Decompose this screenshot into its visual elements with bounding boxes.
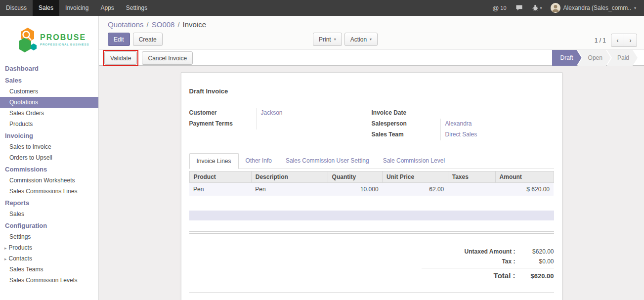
notebook-tabs: Invoice Lines Other Info Sales Commissio… — [189, 153, 554, 169]
table-header-row: Product Description Quantity Unit Price … — [189, 171, 554, 183]
pager-value: 1 / 1 — [595, 37, 606, 44]
empty-group-row — [189, 211, 554, 220]
sidebar-item-label: Products — [9, 244, 32, 251]
cell-taxes — [448, 183, 495, 196]
sidebar-item-sales-orders[interactable]: Sales Orders — [0, 108, 98, 119]
sidebar-item-config-settings[interactable]: Settings — [0, 231, 98, 242]
sidebar-item-sales-to-invoice[interactable]: Sales to Invoice — [0, 141, 98, 152]
tab-sale-commission-level[interactable]: Sale Commission Level — [376, 153, 452, 169]
validate-button[interactable]: Validate — [104, 51, 137, 65]
avatar — [551, 3, 560, 13]
tab-invoice-lines[interactable]: Invoice Lines — [189, 153, 239, 169]
pager-previous-button[interactable]: ‹ — [611, 34, 624, 47]
content-area: Draft Invoice Customer Jackson Payment T… — [99, 66, 644, 300]
breadcrumb: Quotations/SO008/Invoice — [108, 20, 206, 29]
sidebar-item-orders-to-upsell[interactable]: Orders to Upsell — [0, 152, 98, 163]
sidebar-item-customers[interactable]: Customers — [0, 86, 98, 97]
sidebar-item-sales-commission-levels[interactable]: Sales Commission Levels — [0, 275, 98, 286]
invoice-line-row[interactable]: Pen Pen 10.000 62.00 $ 620.00 — [189, 183, 554, 196]
sidebar-item-quotations[interactable]: Quotations — [0, 97, 98, 108]
cell-quantity: 10.000 — [328, 183, 383, 196]
col-product[interactable]: Product — [189, 171, 251, 183]
chevron-right-icon: ▸ — [4, 257, 7, 261]
top-menu-settings[interactable]: Settings — [120, 0, 153, 16]
action-button[interactable]: Action▾ — [344, 33, 378, 46]
breadcrumb-separator: / — [174, 20, 182, 29]
red-highlight-annotation: Validate — [103, 50, 138, 66]
main-area: Quotations/SO008/Invoice Edit Create Pri… — [99, 16, 644, 300]
total-label: Total : — [422, 271, 515, 280]
edit-button[interactable]: Edit — [108, 33, 130, 46]
sidebar-heading-configuration[interactable]: Configuration — [0, 219, 98, 231]
top-menu-discuss[interactable]: Discuss — [0, 0, 33, 16]
col-amount[interactable]: Amount — [495, 171, 554, 183]
cell-amount: $ 620.00 — [495, 183, 554, 196]
sidebar-item-label: Contacts — [9, 255, 32, 262]
sidebar-item-reports-sales[interactable]: Sales — [0, 209, 98, 219]
sidebar-item-config-contacts[interactable]: ▸Contacts — [0, 253, 98, 264]
cell-unit-price: 62.00 — [383, 183, 448, 196]
invoice-date-value — [440, 108, 554, 119]
status-paid[interactable]: Paid — [607, 50, 638, 66]
col-unit-price[interactable]: Unit Price — [383, 171, 448, 183]
action-buttons: Print▾ Action▾ — [313, 33, 378, 46]
col-quantity[interactable]: Quantity — [328, 171, 383, 183]
status-pills: Draft Open Paid — [552, 50, 638, 66]
sidebar-item-sales-teams[interactable]: Sales Teams — [0, 264, 98, 275]
breadcrumb-quotations[interactable]: Quotations — [108, 20, 144, 29]
untaxed-amount-label: Untaxed Amount : — [422, 248, 515, 255]
sidebar-heading-invoicing[interactable]: Invoicing — [0, 129, 98, 141]
user-menu[interactable]: Alexandra (Sales_comm.. ▾ — [547, 3, 640, 13]
print-button[interactable]: Print▾ — [313, 33, 342, 46]
at-icon: @ — [492, 4, 499, 12]
cell-description: Pen — [251, 183, 328, 196]
salesperson-value[interactable]: Alexandra — [440, 119, 554, 129]
sales-team-label: Sales Team — [372, 129, 440, 140]
status-open[interactable]: Open — [578, 50, 611, 66]
payment-terms-label: Payment Terms — [189, 119, 256, 129]
invoice-sheet: Draft Invoice Customer Jackson Payment T… — [181, 72, 562, 300]
activities-menu[interactable]: @ 10 — [488, 0, 511, 16]
top-menu-sales[interactable]: Sales — [33, 0, 59, 16]
user-name: Alexandra (Sales_comm.. — [563, 4, 631, 11]
tab-other-info[interactable]: Other Info — [239, 153, 279, 169]
breadcrumb-separator: / — [144, 20, 152, 29]
sidebar-item-commission-worksheets[interactable]: Commission Worksheets — [0, 175, 98, 186]
sidebar-item-dashboard[interactable]: Dashboard — [0, 62, 98, 74]
logo-subtitle: PROFESSIONAL BUSINESS — [40, 43, 89, 46]
col-description[interactable]: Description — [251, 171, 328, 183]
status-draft[interactable]: Draft — [552, 50, 582, 66]
fields-right-column: Invoice Date Salesperson Alexandra Sales… — [372, 108, 554, 140]
debug-menu[interactable]: ▾ — [527, 0, 547, 16]
sidebar-item-config-products[interactable]: ▸Products — [0, 242, 98, 253]
statusbar: Validate Cancel Invoice Draft Open Paid — [99, 49, 644, 66]
tab-sales-commission-user-setting[interactable]: Sales Commission User Setting — [279, 153, 376, 169]
sales-team-value[interactable]: Direct Sales — [440, 129, 554, 140]
caret-down-icon: ▾ — [634, 6, 636, 10]
create-button[interactable]: Create — [133, 33, 163, 46]
app-logo: PROBUSE PROFESSIONAL BUSINESS — [0, 16, 98, 62]
invoice-state-title: Draft Invoice — [189, 87, 554, 95]
logo-text: PROBUSE PROFESSIONAL BUSINESS — [40, 33, 89, 46]
sidebar-heading-commissions[interactable]: Commissions — [0, 163, 98, 175]
top-navbar: Discuss Sales Invoicing Apps Settings @ … — [0, 0, 644, 16]
top-menu-invoicing[interactable]: Invoicing — [59, 0, 94, 16]
messages-menu[interactable] — [511, 0, 527, 16]
sidebar-item-sales-commissions-lines[interactable]: Sales Commissions Lines — [0, 186, 98, 197]
form-buttons: Edit Create — [108, 33, 163, 46]
customer-value[interactable]: Jackson — [256, 108, 372, 119]
sidebar-heading-sales[interactable]: Sales — [0, 74, 98, 86]
control-panel: Quotations/SO008/Invoice Edit Create Pri… — [99, 16, 644, 49]
top-menu-apps[interactable]: Apps — [94, 0, 120, 16]
sidebar-item-products[interactable]: Products — [0, 119, 98, 129]
customer-label: Customer — [189, 108, 256, 119]
caret-down-icon: ▾ — [540, 6, 542, 10]
sidebar-heading-reports[interactable]: Reports — [0, 197, 98, 209]
breadcrumb-so008[interactable]: SO008 — [152, 20, 175, 29]
col-taxes[interactable]: Taxes — [448, 171, 495, 183]
tax-value: $0.00 — [515, 258, 554, 265]
pager-next-button[interactable]: › — [624, 34, 637, 47]
cancel-invoice-button[interactable]: Cancel Invoice — [142, 51, 193, 65]
pager: 1 / 1 ‹ › — [595, 34, 637, 47]
action-label: Action — [350, 36, 367, 43]
